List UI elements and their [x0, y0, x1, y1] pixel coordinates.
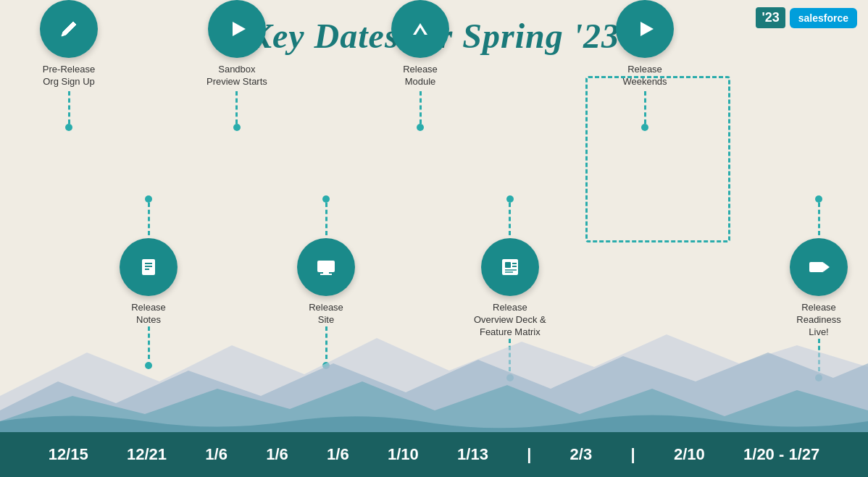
date-1221: 12/21	[127, 445, 167, 464]
date-23: 2/3	[570, 445, 593, 464]
date-1215: 12/15	[49, 445, 88, 464]
release-notes-dot-top	[145, 195, 152, 203]
svg-rect-18	[809, 262, 824, 272]
release-overview-dot-top	[506, 195, 514, 203]
pre-release-dot	[65, 124, 72, 131]
svg-rect-13	[505, 262, 511, 268]
release-weekends-dashed-box	[585, 76, 730, 242]
date-113: 1/13	[457, 445, 488, 464]
date-106a: 1/6	[205, 445, 228, 464]
timeline-item-sandbox-preview: SandboxPreview Starts	[206, 0, 267, 131]
release-readiness-dot-top	[815, 195, 822, 203]
pre-release-icon	[40, 0, 98, 58]
svg-marker-3	[233, 22, 246, 36]
sandbox-preview-icon	[208, 0, 266, 58]
logo-area: '23 salesforce	[756, 7, 857, 28]
separator-2: |	[630, 445, 635, 464]
salesforce-logo: salesforce	[790, 8, 857, 28]
page-wrapper: Key Dates for Spring '23 '23 salesforce …	[0, 0, 868, 477]
release-overview-connector-top	[509, 203, 511, 235]
mountains-background	[0, 309, 868, 432]
svg-rect-9	[317, 261, 335, 272]
date-110: 1/10	[388, 445, 419, 464]
release-notes-icon	[120, 238, 178, 296]
release-module-label: ReleaseModule	[403, 64, 438, 88]
sandbox-preview-dot	[233, 124, 241, 131]
sandbox-preview-connector	[235, 91, 238, 124]
release-weekends-icon	[616, 0, 674, 58]
release-notes-connector-top	[148, 203, 150, 235]
pre-release-label: Pre-ReleaseOrg Sign Up	[43, 64, 95, 88]
timeline-item-release-module: ReleaseModule	[391, 0, 449, 131]
timeline-item-pre-release: Pre-ReleaseOrg Sign Up	[40, 0, 98, 131]
release-site-dot-top	[322, 195, 330, 203]
pre-release-connector	[68, 91, 70, 124]
release-module-connector	[420, 91, 422, 124]
date-106c: 1/6	[327, 445, 349, 464]
release-site-connector-top	[325, 203, 327, 235]
release-module-dot	[417, 124, 424, 131]
date-120-127: 1/20 - 1/27	[743, 445, 819, 464]
sandbox-preview-label: SandboxPreview Starts	[206, 64, 267, 88]
date-210: 2/10	[674, 445, 705, 464]
release-overview-icon	[481, 238, 539, 296]
release-readiness-icon	[790, 238, 848, 296]
release-module-icon	[391, 0, 449, 58]
separator-1: |	[527, 445, 531, 464]
dates-bar: 12/15 12/21 1/6 1/6 1/6 1/10 1/13 | 2/3 …	[0, 432, 868, 477]
spring23-badge: '23	[756, 7, 785, 28]
svg-marker-4	[640, 22, 654, 36]
release-site-icon	[297, 238, 355, 296]
release-readiness-connector-top	[818, 203, 820, 235]
svg-marker-19	[824, 263, 830, 271]
date-106b: 1/6	[266, 445, 288, 464]
